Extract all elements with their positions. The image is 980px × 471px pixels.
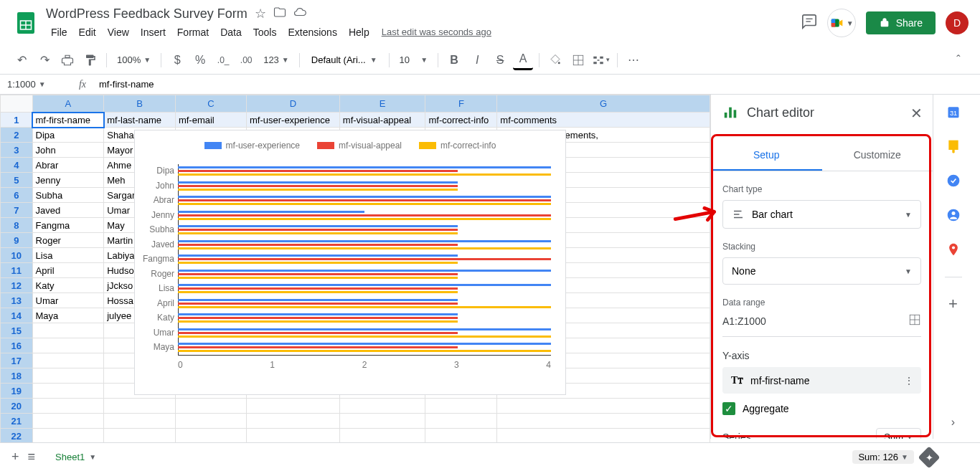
sheets-logo[interactable]	[11, 9, 40, 37]
cell[interactable]: Katy	[32, 278, 104, 293]
cell[interactable]	[32, 414, 104, 429]
format-select[interactable]: 123 ▼	[259, 54, 293, 65]
name-box[interactable]: 1:1000 ▼	[0, 77, 72, 91]
cell[interactable]	[32, 368, 104, 384]
row-header[interactable]: 3	[1, 143, 33, 158]
sheet-tab[interactable]: Sheet1 ▼	[44, 446, 108, 468]
redo-icon[interactable]: ↷	[34, 50, 55, 70]
move-icon[interactable]	[273, 6, 286, 22]
undo-icon[interactable]: ↶	[11, 50, 32, 70]
cell[interactable]	[497, 399, 710, 414]
cell[interactable]: John	[32, 143, 104, 158]
cell[interactable]: mf-correct-info	[425, 113, 497, 128]
cell[interactable]: mf-last-name	[104, 113, 176, 128]
font-select[interactable]: Default (Ari... ▼	[306, 53, 383, 67]
row-header[interactable]: 14	[1, 308, 33, 323]
row-header[interactable]: 21	[1, 414, 33, 429]
row-header[interactable]: 9	[1, 233, 33, 248]
cell[interactable]: Umar	[32, 293, 104, 308]
row-header[interactable]: 2	[1, 128, 33, 143]
row-header[interactable]: 10	[1, 248, 33, 263]
cell[interactable]	[497, 414, 710, 429]
menu-view[interactable]: View	[103, 24, 134, 41]
select-all-corner[interactable]	[1, 95, 33, 113]
data-range-value[interactable]: A1:Z1000	[722, 315, 766, 327]
maps-icon[interactable]	[946, 242, 961, 260]
contacts-icon[interactable]	[946, 208, 961, 225]
tasks-icon[interactable]	[946, 173, 961, 191]
cell[interactable]: mf-visual-appeal	[339, 113, 425, 128]
more-icon[interactable]: ⋮	[904, 375, 914, 386]
row-header[interactable]: 5	[1, 173, 33, 188]
series-aggregate-select[interactable]: Sum ▼	[876, 428, 921, 439]
zoom-select[interactable]: 100% ▼	[113, 54, 155, 65]
formula-bar[interactable]: mf-first-name	[93, 77, 160, 91]
cell[interactable]	[247, 399, 340, 414]
doc-title[interactable]: WordPress Feedback Survey Form	[46, 6, 248, 22]
cell[interactable]	[32, 399, 104, 414]
close-icon[interactable]: ✕	[910, 105, 923, 122]
row-header[interactable]: 20	[1, 399, 33, 414]
row-header[interactable]: 19	[1, 384, 33, 399]
all-sheets-icon[interactable]: ≡	[28, 449, 36, 465]
cell[interactable]: mf-comments	[497, 113, 710, 128]
cell[interactable]	[339, 414, 425, 429]
cell[interactable]: Roger	[32, 233, 104, 248]
currency-icon[interactable]: $	[167, 50, 187, 70]
row-header[interactable]: 16	[1, 338, 33, 353]
col-header[interactable]: D	[247, 95, 340, 113]
row-header[interactable]: 4	[1, 158, 33, 173]
share-button[interactable]: Share	[866, 11, 936, 34]
row-header[interactable]: 13	[1, 293, 33, 308]
tab-customize[interactable]: Customize	[822, 141, 933, 171]
cell[interactable]	[175, 429, 246, 444]
cell[interactable]	[339, 429, 425, 444]
cell[interactable]	[425, 399, 497, 414]
increase-decimal-icon[interactable]: .00	[236, 50, 256, 70]
explore-icon[interactable]: ✦	[918, 446, 940, 468]
cell[interactable]	[32, 353, 104, 368]
col-header[interactable]: F	[425, 95, 497, 113]
cell[interactable]: mf-first-name	[32, 113, 104, 128]
comment-history-icon[interactable]	[801, 14, 817, 32]
aggregate-checkbox[interactable]: ✓	[722, 402, 735, 415]
chart-type-select[interactable]: Bar chart ▼	[722, 200, 921, 229]
col-header[interactable]: A	[32, 95, 104, 113]
cell[interactable]: Jenny	[32, 173, 104, 188]
cell[interactable]: April	[32, 263, 104, 278]
menu-edit[interactable]: Edit	[74, 24, 101, 41]
status-sum[interactable]: Sum: 126 ▼	[852, 450, 914, 464]
embedded-chart[interactable]: mf-user-experiencemf-visual-appealmf-cor…	[134, 130, 566, 395]
strike-icon[interactable]: S	[490, 50, 510, 70]
stacking-select[interactable]: None▼	[722, 257, 921, 285]
cell[interactable]	[32, 323, 104, 338]
cell[interactable]: Abrar	[32, 158, 104, 173]
cell[interactable]: mf-user-experience	[247, 113, 340, 128]
percent-icon[interactable]: %	[190, 50, 210, 70]
menu-insert[interactable]: Insert	[136, 24, 171, 41]
more-icon[interactable]: ⋯	[623, 50, 644, 70]
decrease-decimal-icon[interactable]: .0_	[213, 50, 233, 70]
account-avatar[interactable]: D	[946, 11, 969, 34]
cell[interactable]: Javed	[32, 203, 104, 218]
col-header[interactable]: G	[497, 95, 710, 113]
menu-tools[interactable]: Tools	[248, 24, 282, 41]
row-header[interactable]: 12	[1, 278, 33, 293]
paint-format-icon[interactable]	[80, 50, 100, 70]
print-icon[interactable]	[57, 50, 77, 70]
meet-icon[interactable]: ▼	[827, 9, 856, 37]
calendar-icon[interactable]: 31	[946, 105, 961, 122]
cell[interactable]: Fangma	[32, 218, 104, 233]
cell[interactable]	[104, 429, 176, 444]
row-header[interactable]: 8	[1, 218, 33, 233]
row-header[interactable]: 7	[1, 203, 33, 218]
cell[interactable]	[247, 414, 340, 429]
cell[interactable]	[104, 399, 176, 414]
cell[interactable]	[32, 429, 104, 444]
col-header[interactable]: C	[175, 95, 246, 113]
col-header[interactable]: E	[339, 95, 425, 113]
cell[interactable]: Maya	[32, 308, 104, 323]
cell[interactable]	[339, 399, 425, 414]
cell[interactable]: Dipa	[32, 128, 104, 143]
star-icon[interactable]: ☆	[255, 6, 266, 22]
